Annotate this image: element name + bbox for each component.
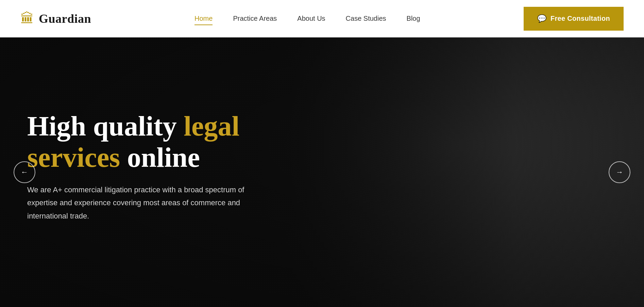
- logo-text: Guardian: [39, 12, 91, 26]
- hero-headline: High quality legalservices online: [27, 111, 252, 173]
- consultation-label: Free Consultation: [550, 15, 610, 22]
- logo[interactable]: 🏛 Guardian: [20, 12, 91, 26]
- hero-subtext: We are A+ commercial litigation practice…: [27, 183, 252, 223]
- nav-item-about-us[interactable]: About Us: [297, 15, 325, 22]
- slider-prev-button[interactable]: ←: [14, 161, 35, 183]
- header: 🏛 Guardian Home Practice Areas About Us …: [0, 0, 644, 37]
- hero-headline-part2: legal: [184, 111, 239, 142]
- slider-next-button[interactable]: →: [609, 161, 630, 183]
- hero-section: High quality legalservices online We are…: [0, 37, 644, 307]
- logo-icon: 🏛: [20, 12, 34, 26]
- hero-headline-part5: online: [120, 142, 200, 173]
- free-consultation-button[interactable]: 💬 Free Consultation: [524, 7, 624, 31]
- nav-item-blog[interactable]: Blog: [407, 15, 420, 22]
- hero-headline-part4: services: [27, 142, 120, 173]
- nav-item-practice-areas[interactable]: Practice Areas: [233, 15, 277, 22]
- hero-content: High quality legalservices online We are…: [27, 111, 252, 223]
- main-nav: Home Practice Areas About Us Case Studie…: [194, 15, 420, 22]
- nav-item-home[interactable]: Home: [194, 15, 213, 22]
- hero-headline-part1: High quality: [27, 111, 184, 142]
- consultation-icon: 💬: [537, 14, 546, 23]
- nav-item-case-studies[interactable]: Case Studies: [346, 15, 386, 22]
